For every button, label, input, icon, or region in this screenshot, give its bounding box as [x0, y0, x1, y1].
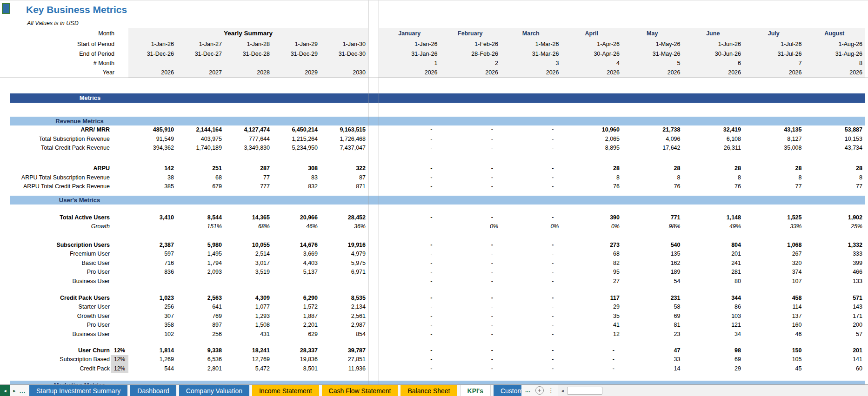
data-cell-monthly[interactable]: 273 — [561, 241, 622, 250]
data-cell-monthly[interactable]: - — [379, 182, 440, 191]
data-cell-yearly[interactable]: 3,349,830 — [224, 144, 272, 153]
data-cell-yearly[interactable]: 871 — [320, 182, 368, 191]
data-cell-yearly[interactable]: 151% — [176, 222, 224, 231]
row-label[interactable]: ARR/ MRR — [0, 125, 111, 135]
data-cell-yearly[interactable]: 6,290 — [272, 294, 320, 303]
data-cell-monthly[interactable]: 200 — [804, 321, 865, 330]
data-cell-yearly[interactable]: 27,851 — [320, 355, 368, 364]
data-cell-monthly[interactable]: 1,902 — [804, 213, 865, 223]
data-cell-yearly[interactable]: 836 — [128, 268, 176, 277]
header-monthly-cell[interactable]: 1-Feb-26 — [440, 39, 501, 49]
data-cell-monthly[interactable]: 80 — [683, 277, 744, 286]
data-cell-monthly[interactable]: - — [501, 364, 561, 374]
data-cell-monthly[interactable]: 29 — [683, 364, 744, 374]
header-monthly-cell[interactable]: 2 — [440, 59, 501, 68]
data-cell-monthly[interactable]: - — [440, 346, 501, 356]
data-cell-yearly[interactable]: 87 — [320, 173, 368, 183]
data-cell-yearly[interactable]: 2,563 — [176, 294, 224, 303]
data-cell-yearly[interactable]: 1,023 — [128, 294, 176, 303]
data-cell-monthly[interactable]: - — [501, 182, 561, 191]
data-cell-monthly[interactable]: 320 — [743, 259, 804, 268]
data-cell-yearly[interactable]: 19,836 — [272, 355, 320, 364]
data-cell-yearly[interactable]: 11,936 — [320, 364, 368, 374]
header-monthly-cell[interactable]: 2026 — [683, 68, 744, 78]
data-cell-monthly[interactable]: - — [501, 135, 561, 144]
header-monthly-cell[interactable]: 3 — [501, 59, 561, 68]
data-cell-yearly[interactable]: 629 — [272, 330, 320, 339]
data-cell-yearly[interactable]: 1,726,468 — [320, 135, 368, 144]
header-month-name[interactable]: May — [622, 28, 683, 39]
data-cell-yearly[interactable]: 1,887 — [272, 312, 320, 321]
data-cell-monthly[interactable]: 34 — [683, 330, 744, 339]
header-row-label[interactable]: End of Period — [0, 49, 128, 59]
row-label[interactable]: Business User — [0, 277, 111, 286]
data-cell-yearly[interactable]: 142 — [128, 164, 176, 173]
sheet-tab-cash-flow-statement[interactable]: Cash Flow Statement — [322, 385, 398, 396]
data-cell-monthly[interactable]: 162 — [622, 259, 683, 268]
data-cell-monthly[interactable]: - — [379, 364, 440, 374]
header-monthly-cell[interactable]: 1-Aug-26 — [804, 39, 865, 49]
data-cell-monthly[interactable]: - — [379, 346, 440, 356]
data-cell-monthly[interactable]: 26,311 — [683, 144, 744, 153]
header-yearly-cell[interactable]: 31-Dec-26 — [128, 49, 176, 59]
data-cell-monthly[interactable]: 117 — [561, 294, 622, 303]
data-cell-monthly[interactable]: - — [501, 250, 561, 259]
header-monthly-cell[interactable]: 1 — [379, 59, 440, 68]
data-cell-monthly[interactable]: - — [379, 259, 440, 268]
data-cell-monthly[interactable]: 58 — [622, 303, 683, 312]
data-cell-monthly[interactable]: - — [379, 125, 440, 135]
data-cell-monthly[interactable]: 47 — [622, 346, 683, 356]
data-cell-monthly[interactable]: 17,642 — [622, 144, 683, 153]
data-cell-monthly[interactable]: 14 — [622, 364, 683, 374]
data-cell-monthly[interactable] — [379, 222, 440, 231]
data-cell-monthly[interactable]: - — [379, 294, 440, 303]
row-label[interactable]: Total Subscription Revenue — [0, 135, 111, 144]
data-cell-monthly[interactable]: 133 — [804, 277, 865, 286]
churn-rate-badge[interactable]: 12% — [111, 346, 128, 356]
data-cell-monthly[interactable]: - — [440, 294, 501, 303]
data-cell-monthly[interactable]: - — [379, 303, 440, 312]
data-cell-yearly[interactable]: 7,437,047 — [320, 144, 368, 153]
header-monthly-cell[interactable]: 30-Apr-26 — [561, 49, 622, 59]
data-cell-monthly[interactable]: 2,065 — [561, 135, 622, 144]
data-cell-yearly[interactable]: 641 — [176, 303, 224, 312]
data-cell-monthly[interactable]: 241 — [683, 259, 744, 268]
data-cell-yearly[interactable]: 403,975 — [176, 135, 224, 144]
row-label[interactable]: Total Active Users — [0, 213, 111, 223]
data-cell-monthly[interactable]: 81 — [622, 321, 683, 330]
data-cell-monthly[interactable]: 141 — [804, 355, 865, 364]
header-monthly-cell[interactable]: 31-Jan-26 — [379, 49, 440, 59]
header-monthly-cell[interactable]: 28-Feb-26 — [440, 49, 501, 59]
data-cell-monthly[interactable]: - — [501, 277, 561, 286]
data-cell-monthly[interactable]: 10,960 — [561, 125, 622, 135]
data-cell-monthly[interactable]: 77 — [743, 182, 804, 191]
data-cell-monthly[interactable]: 105 — [743, 355, 804, 364]
data-cell-yearly[interactable]: 8,544 — [176, 213, 224, 223]
data-cell-monthly[interactable]: 771 — [622, 213, 683, 223]
data-cell-monthly[interactable]: - — [501, 144, 561, 153]
data-cell-monthly[interactable]: - — [379, 277, 440, 286]
data-cell-monthly[interactable]: - — [440, 173, 501, 183]
data-cell-yearly[interactable]: 28,337 — [272, 346, 320, 356]
scrollbar-left-arrow-icon[interactable]: ◄ — [561, 389, 565, 393]
data-cell-yearly[interactable]: 854 — [320, 330, 368, 339]
data-cell-monthly[interactable]: - — [440, 364, 501, 374]
header-month-name[interactable]: January — [379, 28, 440, 39]
data-cell-yearly[interactable]: 385 — [128, 182, 176, 191]
data-cell-yearly[interactable]: 5,980 — [176, 241, 224, 250]
header-yearly-cell[interactable] — [176, 59, 224, 68]
header-monthly-cell[interactable]: 2026 — [622, 68, 683, 78]
data-cell-monthly[interactable]: 1,332 — [804, 241, 865, 250]
data-cell-yearly[interactable]: 38 — [128, 173, 176, 183]
scrollbar-thumb[interactable] — [567, 387, 602, 395]
data-cell-monthly[interactable]: 0% — [561, 222, 622, 231]
data-cell-yearly[interactable]: 5,472 — [224, 364, 272, 374]
data-cell-monthly[interactable]: 27 — [561, 277, 622, 286]
data-cell-yearly[interactable]: 12,769 — [224, 355, 272, 364]
header-yearly-cell[interactable]: 31-Dec-29 — [272, 49, 320, 59]
data-cell-monthly[interactable]: - — [379, 355, 440, 364]
header-yearly-cell[interactable]: 2028 — [224, 68, 272, 78]
sheet-nav-right-icon[interactable]: ► — [10, 385, 19, 396]
data-cell-monthly[interactable]: - — [379, 330, 440, 339]
data-cell-monthly[interactable]: - — [379, 321, 440, 330]
